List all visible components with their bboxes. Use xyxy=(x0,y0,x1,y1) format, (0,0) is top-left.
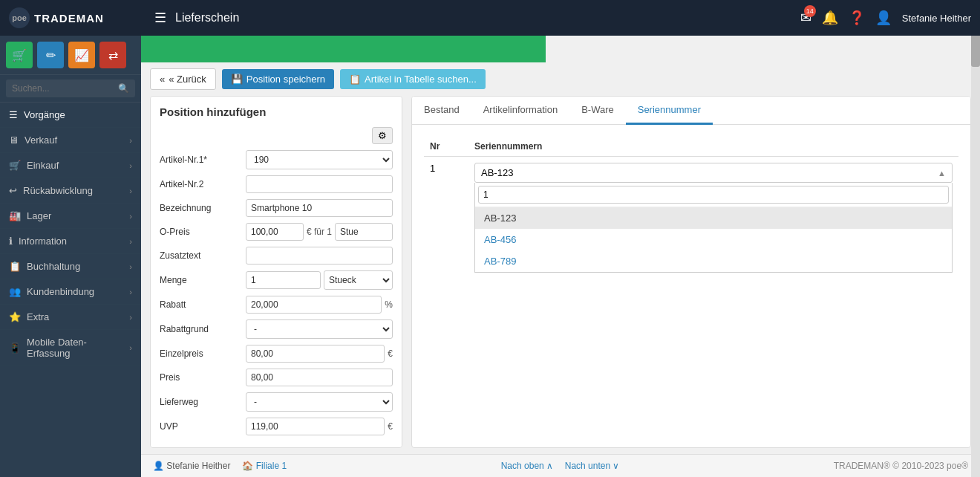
opreis-unit: € für 1 xyxy=(307,227,332,237)
sidebar-search-wrapper: 🔍 xyxy=(0,75,141,103)
logo: poe TRADEMAN xyxy=(9,7,143,28)
sidebar-item-label: Mobile Daten-Erfassung xyxy=(27,337,129,359)
sn-search-row xyxy=(475,183,952,207)
einzelpreis-input[interactable] xyxy=(246,345,385,363)
sidebar: 🛒 ✏ 📈 ⇄ 🔍 ☰ Vorgänge 🖥 Verkauf xyxy=(0,36,141,477)
opreis-input[interactable] xyxy=(246,223,304,241)
sidebar-item-kundenbindung[interactable]: 👥 Kundenbindung › xyxy=(0,279,141,305)
quick-buttons: 🛒 ✏ 📈 ⇄ xyxy=(0,36,141,75)
zusatztext-input[interactable] xyxy=(246,247,393,265)
label-bezeichnung: Bezeichnung xyxy=(160,203,241,213)
scrollbar-thumb[interactable] xyxy=(971,36,980,67)
user-icon: 👤 xyxy=(153,461,164,471)
row-nr: 1 xyxy=(424,157,468,189)
sidebar-item-vorgange[interactable]: ☰ Vorgänge xyxy=(0,103,141,128)
scrollbar-track[interactable] xyxy=(971,36,980,477)
label-preis: Preis xyxy=(160,372,241,383)
opreis-stueck[interactable] xyxy=(335,223,393,241)
user-name[interactable]: Stefanie Heither xyxy=(902,13,971,24)
label-artikel1: Artikel-Nr.1* xyxy=(160,155,241,165)
sidebar-item-mobile[interactable]: 📱 Mobile Daten-Erfassung › xyxy=(0,330,141,366)
chevron-icon: › xyxy=(129,288,132,296)
quick-btn-share[interactable]: ⇄ xyxy=(99,42,126,68)
rabattgrund-select[interactable]: - xyxy=(246,319,393,339)
main-layout: 🛒 ✏ 📈 ⇄ 🔍 ☰ Vorgänge 🖥 Verkauf xyxy=(0,36,980,477)
artikel1-select[interactable]: 190 xyxy=(246,150,393,169)
bezeichnung-input[interactable] xyxy=(246,199,393,217)
sidebar-item-einkauf[interactable]: 🛒 Einkauf › xyxy=(0,153,141,178)
back-icon: « xyxy=(160,74,165,85)
rabatt-input[interactable] xyxy=(246,296,382,314)
einzelpreis-unit: € xyxy=(388,348,393,359)
lieferweg-select[interactable]: - xyxy=(246,392,393,412)
sidebar-item-extra[interactable]: ⭐ Extra › xyxy=(0,305,141,330)
sidebar-item-label: Rückabwicklung xyxy=(23,185,93,196)
information-icon: ℹ xyxy=(9,236,13,247)
sidebar-item-lager[interactable]: 🏭 Lager › xyxy=(0,204,141,229)
chevron-icon: › xyxy=(129,343,132,352)
sn-option-ab456[interactable]: AB-456 xyxy=(475,229,952,250)
table-icon: 📋 xyxy=(349,74,361,85)
menge-unit-select[interactable]: Stueck xyxy=(324,270,393,290)
seriennummer-content: Nr Seriennummern 1 AB-123 xyxy=(412,125,970,447)
nav-down-link[interactable]: Nach unten ∨ xyxy=(565,461,619,471)
label-lieferweg: Lieferweg xyxy=(160,397,241,407)
search-article-button[interactable]: 📋 Artikel in Tabelle suchen... xyxy=(340,69,486,89)
uvp-unit: € xyxy=(388,421,393,432)
top-actions-bar: « « Zurück 💾 Position speichern 📋 Artike… xyxy=(141,62,980,96)
help-icon[interactable]: ❓ xyxy=(849,10,865,26)
form-row-bezeichnung: Bezeichnung xyxy=(160,199,393,217)
label-einzelpreis: Einzelpreis xyxy=(160,348,241,359)
sidebar-item-ruckabwicklung[interactable]: ↩ Rückabwicklung › xyxy=(0,178,141,204)
preis-input[interactable] xyxy=(246,369,393,386)
tab-artikelinformation[interactable]: Artikelinformation xyxy=(471,97,569,125)
sn-option-ab123[interactable]: AB-123 xyxy=(475,207,952,229)
quick-btn-chart[interactable]: 📈 xyxy=(68,42,95,68)
sidebar-item-verkauf[interactable]: 🖥 Verkauf › xyxy=(0,128,141,153)
kundenbindung-icon: 👥 xyxy=(9,286,21,297)
sidebar-menu: ☰ Vorgänge 🖥 Verkauf › 🛒 Einkauf › xyxy=(0,103,141,477)
mail-icon[interactable]: ✉ 14 xyxy=(800,10,811,26)
user-icon[interactable]: 👤 xyxy=(875,10,892,26)
extra-icon: ⭐ xyxy=(9,311,21,322)
menge-input[interactable] xyxy=(246,271,321,289)
save-icon: 💾 xyxy=(231,74,243,85)
content-body: Position hinzufügen ⚙ Artikel-Nr.1* 190 … xyxy=(141,96,980,454)
label-zusatztext: Zusatztext xyxy=(160,250,241,261)
chevron-icon: › xyxy=(129,161,132,170)
lager-icon: 🏭 xyxy=(9,210,21,221)
settings-button[interactable]: ⚙ xyxy=(372,127,393,144)
quick-btn-cart[interactable]: 🛒 xyxy=(6,42,33,68)
form-row-einzelpreis: Einzelpreis € xyxy=(160,345,393,363)
footer-branch-link[interactable]: Filiale 1 xyxy=(256,461,287,471)
hamburger-icon[interactable]: ☰ xyxy=(154,10,166,26)
form-row-preis: Preis xyxy=(160,369,393,386)
form-row-lieferweg: Lieferweg - xyxy=(160,392,393,412)
chevron-icon: › xyxy=(129,186,132,195)
verkauf-icon: 🖥 xyxy=(9,134,19,146)
uvp-input[interactable] xyxy=(246,418,385,435)
back-button[interactable]: « « Zurück xyxy=(150,68,216,90)
chevron-icon: › xyxy=(129,313,132,322)
mail-badge: 14 xyxy=(804,5,816,17)
tab-seriennummer[interactable]: Seriennummer xyxy=(626,97,713,125)
bell-icon[interactable]: 🔔 xyxy=(822,10,838,26)
sidebar-item-information[interactable]: ℹ Information › xyxy=(0,229,141,254)
sidebar-item-buchhaltung[interactable]: 📋 Buchhaltung › xyxy=(0,254,141,279)
page-title: Lieferschein xyxy=(175,11,800,25)
search-input[interactable] xyxy=(6,80,135,97)
quick-btn-edit[interactable]: ✏ xyxy=(37,42,64,68)
nav-up-link[interactable]: Nach oben ∧ xyxy=(501,461,553,471)
save-position-button[interactable]: 💾 Position speichern xyxy=(222,69,334,89)
sn-search-input[interactable] xyxy=(478,186,949,204)
search-icon: 🔍 xyxy=(118,83,129,94)
rabatt-unit: % xyxy=(385,299,393,310)
sn-select-display[interactable]: AB-123 ▲ xyxy=(474,163,953,183)
tab-bestand[interactable]: Bestand xyxy=(412,97,471,125)
form-row-uvp: UVP € xyxy=(160,418,393,435)
tab-bware[interactable]: B-Ware xyxy=(569,97,626,125)
sn-option-ab789[interactable]: AB-789 xyxy=(475,250,952,272)
col-sn: Seriennummern xyxy=(468,137,958,157)
footer-left: 👤 Stefanie Heither 🏠 Filiale 1 xyxy=(153,461,287,471)
artikel2-input[interactable] xyxy=(246,175,393,193)
